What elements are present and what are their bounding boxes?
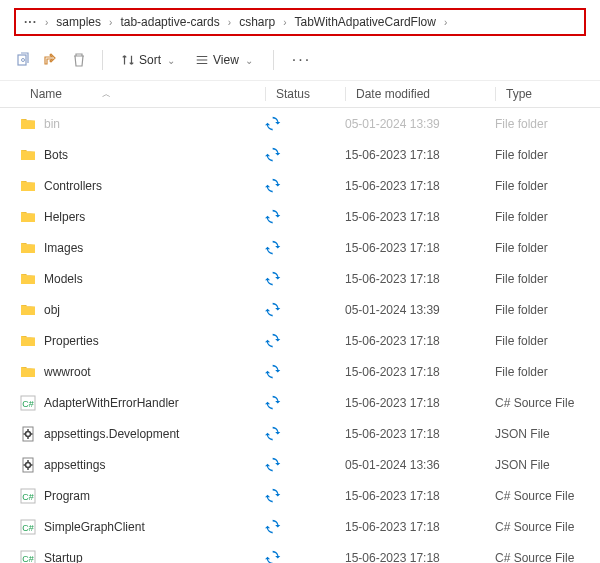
file-name: Helpers: [44, 210, 85, 224]
column-headers: Name ︿ Status Date modified Type: [0, 81, 600, 108]
file-row[interactable]: Bots15-06-2023 17:18File folder: [0, 139, 600, 170]
file-date: 05-01-2024 13:39: [345, 117, 495, 131]
file-type: File folder: [495, 179, 600, 193]
file-row[interactable]: AdapterWithErrorHandler15-06-2023 17:18C…: [0, 387, 600, 418]
file-row[interactable]: Startup15-06-2023 17:18C# Source File: [0, 542, 600, 563]
sync-icon: [265, 178, 281, 194]
file-date: 15-06-2023 17:18: [345, 210, 495, 224]
file-type: File folder: [495, 272, 600, 286]
file-row[interactable]: Properties15-06-2023 17:18File folder: [0, 325, 600, 356]
file-row[interactable]: obj05-01-2024 13:39File folder: [0, 294, 600, 325]
file-row[interactable]: SimpleGraphClient15-06-2023 17:18C# Sour…: [0, 511, 600, 542]
file-date: 15-06-2023 17:18: [345, 272, 495, 286]
breadcrumb-item[interactable]: samples: [50, 13, 107, 31]
breadcrumb: ··· ›samples›tab-adaptive-cards›csharp›T…: [14, 8, 586, 36]
sync-icon: [265, 426, 281, 442]
folder-icon: [20, 333, 36, 349]
file-row[interactable]: Program15-06-2023 17:18C# Source File: [0, 480, 600, 511]
breadcrumb-item[interactable]: TabWithAdpativeCardFlow: [289, 13, 442, 31]
file-row[interactable]: wwwroot15-06-2023 17:18File folder: [0, 356, 600, 387]
file-row[interactable]: Images15-06-2023 17:18File folder: [0, 232, 600, 263]
file-type: C# Source File: [495, 520, 600, 534]
cs-icon: [20, 488, 36, 504]
share-icon[interactable]: [42, 51, 60, 69]
file-row[interactable]: Models15-06-2023 17:18File folder: [0, 263, 600, 294]
svg-point-1: [22, 59, 25, 62]
view-button[interactable]: View ⌄: [191, 51, 259, 69]
file-type: C# Source File: [495, 489, 600, 503]
file-date: 15-06-2023 17:18: [345, 396, 495, 410]
file-date: 15-06-2023 17:18: [345, 520, 495, 534]
sync-icon: [265, 240, 281, 256]
breadcrumb-ellipsis[interactable]: ···: [22, 15, 39, 29]
file-name: Startup: [44, 551, 83, 564]
file-date: 05-01-2024 13:39: [345, 303, 495, 317]
file-list: bin05-01-2024 13:39File folderBots15-06-…: [0, 108, 600, 563]
file-name: appsettings.Development: [44, 427, 179, 441]
chevron-down-icon: ⌄: [243, 55, 255, 66]
file-name: Properties: [44, 334, 99, 348]
file-date: 15-06-2023 17:18: [345, 551, 495, 564]
sync-icon: [265, 302, 281, 318]
file-date: 15-06-2023 17:18: [345, 179, 495, 193]
sort-asc-icon: ︿: [102, 88, 111, 101]
breadcrumb-item[interactable]: csharp: [233, 13, 281, 31]
file-name: appsettings: [44, 458, 105, 472]
file-date: 15-06-2023 17:18: [345, 427, 495, 441]
toolbar-separator: [273, 50, 274, 70]
breadcrumb-item[interactable]: tab-adaptive-cards: [114, 13, 225, 31]
sync-icon: [265, 488, 281, 504]
file-type: File folder: [495, 148, 600, 162]
file-type: JSON File: [495, 458, 600, 472]
file-date: 15-06-2023 17:18: [345, 241, 495, 255]
file-type: File folder: [495, 210, 600, 224]
file-type: File folder: [495, 365, 600, 379]
file-row[interactable]: Controllers15-06-2023 17:18File folder: [0, 170, 600, 201]
file-type: C# Source File: [495, 551, 600, 564]
json-icon: [20, 426, 36, 442]
file-date: 15-06-2023 17:18: [345, 365, 495, 379]
sync-icon: [265, 364, 281, 380]
folder-icon: [20, 302, 36, 318]
file-type: C# Source File: [495, 396, 600, 410]
sync-icon: [265, 147, 281, 163]
file-type: File folder: [495, 334, 600, 348]
file-name: obj: [44, 303, 60, 317]
folder-icon: [20, 240, 36, 256]
more-button[interactable]: ···: [288, 51, 315, 69]
file-type: File folder: [495, 117, 600, 131]
column-name-header[interactable]: Name: [30, 87, 62, 101]
chevron-right-icon: ›: [442, 17, 449, 28]
column-type-header[interactable]: Type: [495, 87, 600, 101]
file-name: Program: [44, 489, 90, 503]
sync-icon: [265, 116, 281, 132]
file-name: bin: [44, 117, 60, 131]
sync-icon: [265, 271, 281, 287]
file-row[interactable]: bin05-01-2024 13:39File folder: [0, 108, 600, 139]
toolbar: Sort ⌄ View ⌄ ···: [0, 42, 600, 81]
file-date: 15-06-2023 17:18: [345, 148, 495, 162]
file-type: File folder: [495, 241, 600, 255]
column-status-header[interactable]: Status: [265, 87, 345, 101]
copy-icon[interactable]: [14, 51, 32, 69]
column-date-header[interactable]: Date modified: [345, 87, 495, 101]
file-row[interactable]: appsettings.Development15-06-2023 17:18J…: [0, 418, 600, 449]
folder-icon: [20, 364, 36, 380]
file-row[interactable]: appsettings05-01-2024 13:36JSON File: [0, 449, 600, 480]
file-type: JSON File: [495, 427, 600, 441]
file-name: AdapterWithErrorHandler: [44, 396, 179, 410]
sync-icon: [265, 519, 281, 535]
folder-icon: [20, 116, 36, 132]
file-date: 15-06-2023 17:18: [345, 334, 495, 348]
file-type: File folder: [495, 303, 600, 317]
file-name: wwwroot: [44, 365, 91, 379]
sort-button[interactable]: Sort ⌄: [117, 51, 181, 69]
delete-icon[interactable]: [70, 51, 88, 69]
folder-icon: [20, 147, 36, 163]
cs-icon: [20, 519, 36, 535]
sync-icon: [265, 209, 281, 225]
cs-icon: [20, 395, 36, 411]
file-row[interactable]: Helpers15-06-2023 17:18File folder: [0, 201, 600, 232]
view-label: View: [213, 53, 239, 67]
file-name: Images: [44, 241, 83, 255]
